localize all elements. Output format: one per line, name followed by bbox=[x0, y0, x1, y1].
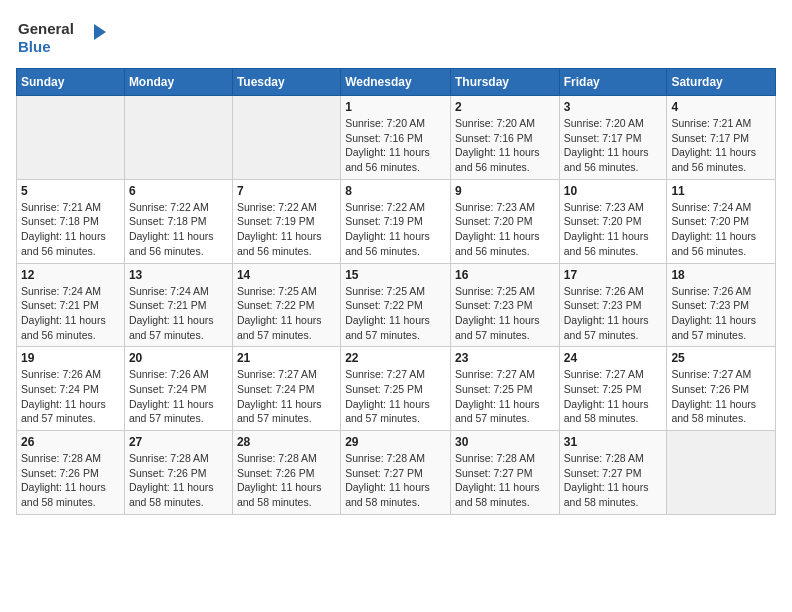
day-number: 17 bbox=[564, 268, 663, 282]
day-info: Sunrise: 7:24 AMSunset: 7:21 PMDaylight:… bbox=[21, 284, 120, 343]
calendar-cell: 9Sunrise: 7:23 AMSunset: 7:20 PMDaylight… bbox=[450, 179, 559, 263]
svg-marker-1 bbox=[94, 24, 106, 40]
day-header-saturday: Saturday bbox=[667, 69, 776, 96]
calendar-cell bbox=[17, 96, 125, 180]
day-header-monday: Monday bbox=[124, 69, 232, 96]
calendar-cell: 2Sunrise: 7:20 AMSunset: 7:16 PMDaylight… bbox=[450, 96, 559, 180]
day-info: Sunrise: 7:25 AMSunset: 7:22 PMDaylight:… bbox=[345, 284, 446, 343]
day-number: 11 bbox=[671, 184, 771, 198]
day-number: 19 bbox=[21, 351, 120, 365]
day-info: Sunrise: 7:24 AMSunset: 7:20 PMDaylight:… bbox=[671, 200, 771, 259]
day-number: 3 bbox=[564, 100, 663, 114]
day-info: Sunrise: 7:23 AMSunset: 7:20 PMDaylight:… bbox=[455, 200, 555, 259]
week-row-2: 5Sunrise: 7:21 AMSunset: 7:18 PMDaylight… bbox=[17, 179, 776, 263]
day-number: 13 bbox=[129, 268, 228, 282]
day-info: Sunrise: 7:27 AMSunset: 7:25 PMDaylight:… bbox=[455, 367, 555, 426]
day-info: Sunrise: 7:26 AMSunset: 7:24 PMDaylight:… bbox=[21, 367, 120, 426]
calendar-cell: 8Sunrise: 7:22 AMSunset: 7:19 PMDaylight… bbox=[341, 179, 451, 263]
day-info: Sunrise: 7:28 AMSunset: 7:26 PMDaylight:… bbox=[21, 451, 120, 510]
day-info: Sunrise: 7:28 AMSunset: 7:26 PMDaylight:… bbox=[129, 451, 228, 510]
day-header-sunday: Sunday bbox=[17, 69, 125, 96]
calendar-cell: 22Sunrise: 7:27 AMSunset: 7:25 PMDayligh… bbox=[341, 347, 451, 431]
logo: General Blue bbox=[16, 16, 106, 58]
day-info: Sunrise: 7:28 AMSunset: 7:27 PMDaylight:… bbox=[564, 451, 663, 510]
day-number: 18 bbox=[671, 268, 771, 282]
svg-text:Blue: Blue bbox=[18, 38, 51, 55]
day-number: 14 bbox=[237, 268, 336, 282]
calendar-cell: 13Sunrise: 7:24 AMSunset: 7:21 PMDayligh… bbox=[124, 263, 232, 347]
day-info: Sunrise: 7:24 AMSunset: 7:21 PMDaylight:… bbox=[129, 284, 228, 343]
calendar-cell: 23Sunrise: 7:27 AMSunset: 7:25 PMDayligh… bbox=[450, 347, 559, 431]
day-number: 12 bbox=[21, 268, 120, 282]
day-number: 5 bbox=[21, 184, 120, 198]
calendar-cell: 24Sunrise: 7:27 AMSunset: 7:25 PMDayligh… bbox=[559, 347, 667, 431]
calendar-cell: 16Sunrise: 7:25 AMSunset: 7:23 PMDayligh… bbox=[450, 263, 559, 347]
day-number: 25 bbox=[671, 351, 771, 365]
logo-svg: General Blue bbox=[16, 16, 106, 58]
day-number: 15 bbox=[345, 268, 446, 282]
day-info: Sunrise: 7:20 AMSunset: 7:16 PMDaylight:… bbox=[455, 116, 555, 175]
week-row-4: 19Sunrise: 7:26 AMSunset: 7:24 PMDayligh… bbox=[17, 347, 776, 431]
calendar-cell: 17Sunrise: 7:26 AMSunset: 7:23 PMDayligh… bbox=[559, 263, 667, 347]
day-number: 1 bbox=[345, 100, 446, 114]
day-info: Sunrise: 7:22 AMSunset: 7:19 PMDaylight:… bbox=[345, 200, 446, 259]
day-number: 21 bbox=[237, 351, 336, 365]
day-number: 24 bbox=[564, 351, 663, 365]
calendar-cell: 12Sunrise: 7:24 AMSunset: 7:21 PMDayligh… bbox=[17, 263, 125, 347]
week-row-1: 1Sunrise: 7:20 AMSunset: 7:16 PMDaylight… bbox=[17, 96, 776, 180]
week-row-5: 26Sunrise: 7:28 AMSunset: 7:26 PMDayligh… bbox=[17, 431, 776, 515]
calendar-cell: 19Sunrise: 7:26 AMSunset: 7:24 PMDayligh… bbox=[17, 347, 125, 431]
calendar-cell: 31Sunrise: 7:28 AMSunset: 7:27 PMDayligh… bbox=[559, 431, 667, 515]
calendar-cell: 11Sunrise: 7:24 AMSunset: 7:20 PMDayligh… bbox=[667, 179, 776, 263]
calendar-cell bbox=[124, 96, 232, 180]
day-info: Sunrise: 7:21 AMSunset: 7:17 PMDaylight:… bbox=[671, 116, 771, 175]
day-number: 6 bbox=[129, 184, 228, 198]
calendar-table: SundayMondayTuesdayWednesdayThursdayFrid… bbox=[16, 68, 776, 515]
day-info: Sunrise: 7:27 AMSunset: 7:25 PMDaylight:… bbox=[564, 367, 663, 426]
day-number: 27 bbox=[129, 435, 228, 449]
day-info: Sunrise: 7:28 AMSunset: 7:26 PMDaylight:… bbox=[237, 451, 336, 510]
day-number: 10 bbox=[564, 184, 663, 198]
day-number: 23 bbox=[455, 351, 555, 365]
day-info: Sunrise: 7:23 AMSunset: 7:20 PMDaylight:… bbox=[564, 200, 663, 259]
calendar-cell: 4Sunrise: 7:21 AMSunset: 7:17 PMDaylight… bbox=[667, 96, 776, 180]
day-info: Sunrise: 7:25 AMSunset: 7:23 PMDaylight:… bbox=[455, 284, 555, 343]
day-number: 30 bbox=[455, 435, 555, 449]
day-info: Sunrise: 7:22 AMSunset: 7:18 PMDaylight:… bbox=[129, 200, 228, 259]
day-number: 22 bbox=[345, 351, 446, 365]
day-number: 4 bbox=[671, 100, 771, 114]
day-number: 26 bbox=[21, 435, 120, 449]
day-info: Sunrise: 7:28 AMSunset: 7:27 PMDaylight:… bbox=[455, 451, 555, 510]
day-info: Sunrise: 7:27 AMSunset: 7:24 PMDaylight:… bbox=[237, 367, 336, 426]
day-number: 8 bbox=[345, 184, 446, 198]
day-header-friday: Friday bbox=[559, 69, 667, 96]
calendar-cell: 14Sunrise: 7:25 AMSunset: 7:22 PMDayligh… bbox=[232, 263, 340, 347]
calendar-cell: 26Sunrise: 7:28 AMSunset: 7:26 PMDayligh… bbox=[17, 431, 125, 515]
calendar-cell: 20Sunrise: 7:26 AMSunset: 7:24 PMDayligh… bbox=[124, 347, 232, 431]
day-info: Sunrise: 7:28 AMSunset: 7:27 PMDaylight:… bbox=[345, 451, 446, 510]
day-info: Sunrise: 7:21 AMSunset: 7:18 PMDaylight:… bbox=[21, 200, 120, 259]
day-number: 2 bbox=[455, 100, 555, 114]
calendar-cell: 3Sunrise: 7:20 AMSunset: 7:17 PMDaylight… bbox=[559, 96, 667, 180]
day-number: 31 bbox=[564, 435, 663, 449]
calendar-cell: 6Sunrise: 7:22 AMSunset: 7:18 PMDaylight… bbox=[124, 179, 232, 263]
day-number: 7 bbox=[237, 184, 336, 198]
calendar-cell: 30Sunrise: 7:28 AMSunset: 7:27 PMDayligh… bbox=[450, 431, 559, 515]
day-number: 9 bbox=[455, 184, 555, 198]
day-number: 16 bbox=[455, 268, 555, 282]
day-header-thursday: Thursday bbox=[450, 69, 559, 96]
calendar-cell: 5Sunrise: 7:21 AMSunset: 7:18 PMDaylight… bbox=[17, 179, 125, 263]
day-info: Sunrise: 7:20 AMSunset: 7:16 PMDaylight:… bbox=[345, 116, 446, 175]
calendar-cell: 18Sunrise: 7:26 AMSunset: 7:23 PMDayligh… bbox=[667, 263, 776, 347]
day-number: 29 bbox=[345, 435, 446, 449]
calendar-cell: 25Sunrise: 7:27 AMSunset: 7:26 PMDayligh… bbox=[667, 347, 776, 431]
page-header: General Blue bbox=[16, 16, 776, 58]
day-number: 20 bbox=[129, 351, 228, 365]
calendar-cell bbox=[667, 431, 776, 515]
calendar-cell: 15Sunrise: 7:25 AMSunset: 7:22 PMDayligh… bbox=[341, 263, 451, 347]
calendar-cell: 21Sunrise: 7:27 AMSunset: 7:24 PMDayligh… bbox=[232, 347, 340, 431]
svg-text:General: General bbox=[18, 20, 74, 37]
calendar-cell: 29Sunrise: 7:28 AMSunset: 7:27 PMDayligh… bbox=[341, 431, 451, 515]
day-info: Sunrise: 7:22 AMSunset: 7:19 PMDaylight:… bbox=[237, 200, 336, 259]
day-info: Sunrise: 7:27 AMSunset: 7:26 PMDaylight:… bbox=[671, 367, 771, 426]
